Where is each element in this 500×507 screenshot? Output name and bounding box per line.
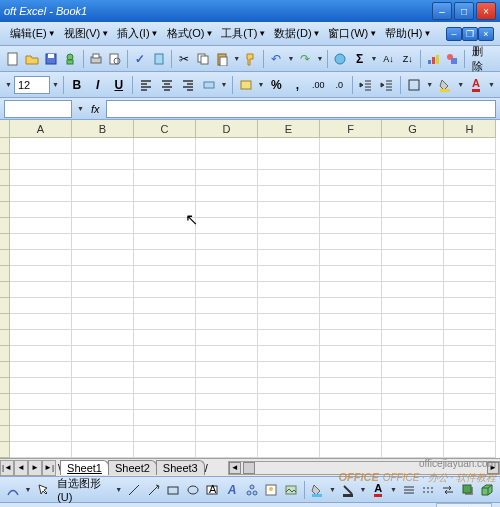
row-header[interactable] [0,154,10,170]
row-header[interactable] [0,282,10,298]
cell[interactable] [10,410,72,426]
row-header[interactable] [0,138,10,154]
cell[interactable] [382,378,444,394]
cell[interactable] [134,282,196,298]
align-right-icon[interactable] [178,75,198,95]
cell[interactable] [444,282,496,298]
cell[interactable] [72,170,134,186]
cell[interactable] [382,346,444,362]
cell[interactable] [72,218,134,234]
cell[interactable] [196,282,258,298]
cell[interactable] [382,282,444,298]
cell[interactable] [258,330,320,346]
cell[interactable] [320,282,382,298]
cell[interactable] [444,202,496,218]
fill-color-draw-icon[interactable] [308,480,326,500]
cell[interactable] [10,202,72,218]
arrow-icon[interactable] [145,480,163,500]
cell[interactable] [196,186,258,202]
column-header[interactable]: B [72,120,134,138]
cell[interactable] [320,394,382,410]
cell[interactable] [320,346,382,362]
cell[interactable] [196,138,258,154]
cell[interactable] [196,330,258,346]
cell[interactable] [320,202,382,218]
cell[interactable] [196,346,258,362]
cell[interactable] [10,234,72,250]
percent-icon[interactable]: % [266,75,286,95]
column-header[interactable]: C [134,120,196,138]
cell[interactable] [10,266,72,282]
cell[interactable] [258,218,320,234]
bold-button[interactable]: B [67,75,87,95]
menu-format[interactable]: 格式(O)▼ [163,24,218,43]
doc-restore-button[interactable]: ❐ [462,27,478,41]
cell[interactable] [382,298,444,314]
cell[interactable] [196,234,258,250]
doc-close-button[interactable]: × [478,27,494,41]
cell[interactable] [134,186,196,202]
cell[interactable] [134,442,196,458]
close-button[interactable]: × [476,2,496,20]
cell[interactable] [72,154,134,170]
cell[interactable] [10,282,72,298]
row-header[interactable] [0,186,10,202]
cell[interactable] [72,426,134,442]
select-icon[interactable] [35,480,53,500]
cell[interactable] [196,378,258,394]
chart-icon[interactable] [424,49,442,69]
column-header[interactable]: A [10,120,72,138]
cell[interactable] [444,394,496,410]
row-header[interactable] [0,266,10,282]
picture-icon[interactable] [282,480,300,500]
row-header[interactable] [0,330,10,346]
cell[interactable] [382,410,444,426]
doc-minimize-button[interactable]: – [446,27,462,41]
cell[interactable] [134,250,196,266]
cell[interactable] [258,410,320,426]
font-color-icon[interactable]: A [466,75,486,95]
preview-icon[interactable] [106,49,124,69]
cell[interactable] [320,138,382,154]
cell[interactable] [134,362,196,378]
cell[interactable] [444,170,496,186]
cell[interactable] [258,138,320,154]
row-header[interactable] [0,298,10,314]
cell[interactable] [444,426,496,442]
redo-icon[interactable]: ↷ [296,49,314,69]
cell[interactable] [10,154,72,170]
print-icon[interactable] [86,49,104,69]
cell[interactable] [382,250,444,266]
column-header[interactable]: H [444,120,496,138]
cell[interactable] [258,314,320,330]
cell[interactable] [258,186,320,202]
cell[interactable] [444,330,496,346]
cell[interactable] [134,266,196,282]
permission-icon[interactable] [61,49,79,69]
currency-icon[interactable] [236,75,256,95]
column-header[interactable]: D [196,120,258,138]
cell[interactable] [72,138,134,154]
cell[interactable] [72,394,134,410]
cell[interactable] [72,330,134,346]
cell[interactable] [10,426,72,442]
cell[interactable] [134,218,196,234]
cell[interactable] [72,314,134,330]
cell[interactable] [10,218,72,234]
cell[interactable] [382,234,444,250]
cell[interactable] [196,202,258,218]
cell[interactable] [10,378,72,394]
cell[interactable] [72,282,134,298]
new-icon[interactable] [4,49,22,69]
next-sheet-button[interactable]: ► [28,460,42,476]
format-painter-icon[interactable] [242,49,260,69]
cell[interactable] [196,442,258,458]
row-header[interactable] [0,394,10,410]
sheet-tab-1[interactable]: Sheet1 [60,460,109,475]
cell[interactable] [72,186,134,202]
cell[interactable] [258,154,320,170]
delete-button[interactable]: 删除 [468,44,496,74]
fontsize-dropdown-icon[interactable]: ▼ [51,81,60,88]
textbox-icon[interactable]: A [204,480,222,500]
merge-icon[interactable] [199,75,219,95]
